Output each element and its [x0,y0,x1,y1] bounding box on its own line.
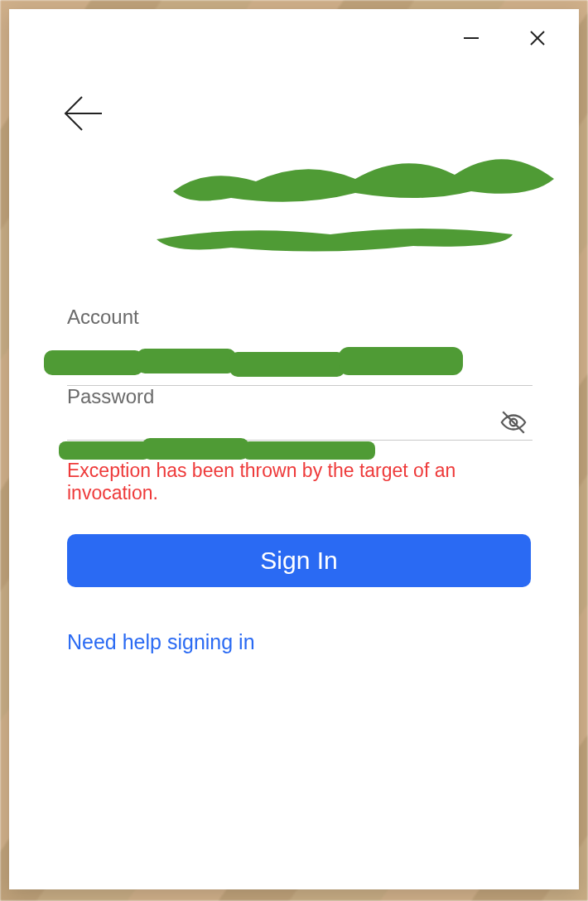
toggle-password-visibility-button[interactable] [499,408,528,436]
svg-rect-7 [339,347,463,375]
back-arrow-icon [60,90,107,137]
help-signing-in-link[interactable]: Need help signing in [67,630,255,654]
error-message: Exception has been thrown by the target … [67,460,533,504]
signin-window: Account Password [9,9,579,889]
account-field[interactable]: Account [67,306,533,329]
svg-rect-6 [229,352,345,377]
close-icon [528,28,547,48]
svg-rect-11 [142,438,249,460]
sign-in-button[interactable]: Sign In [67,534,531,587]
window-titlebar [455,9,579,59]
password-label: Password [67,385,533,408]
account-label: Account [67,306,533,329]
close-button[interactable] [521,22,554,55]
password-field[interactable]: Password [67,385,533,408]
svg-rect-5 [137,349,236,373]
signin-form: Account Password [67,306,533,654]
minimize-button[interactable] [455,22,488,55]
svg-rect-4 [44,350,143,375]
svg-rect-12 [243,441,375,460]
svg-rect-10 [59,441,150,460]
redaction-heading [140,133,571,266]
minimize-icon [461,28,481,48]
back-button[interactable] [60,90,107,137]
eye-off-icon [499,408,528,436]
redaction-account-value [44,344,475,382]
field-underline [67,440,533,441]
